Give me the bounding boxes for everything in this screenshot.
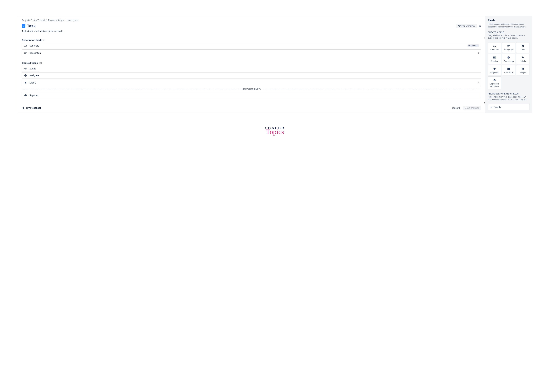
footer: Give feedback Discard Save changes [22,103,481,113]
page-title: Task [27,24,36,28]
field-tile-dependent-dropdown[interactable]: Dependent dropdown [488,77,501,89]
scroll-up-arrow[interactable]: ▲ [484,37,485,39]
svg-rect-17 [522,45,522,45]
svg-rect-5 [24,53,27,53]
previously-created-description: Reuse fields from your other issue types… [488,96,529,101]
field-tile-people[interactable]: People [516,65,529,75]
breadcrumb-item[interactable]: Issue types [67,19,78,21]
svg-rect-21 [523,46,523,46]
field-row-summary[interactable]: Aa Summary REQUIRED [22,43,481,49]
create-field-description: Drag a field type to the left area to cr… [488,34,529,40]
svg-text:Aa: Aa [24,45,27,47]
main-panel: Projects/ Jira Tutorial/ Project setting… [18,16,485,113]
description-fields-header: Description fields i [22,39,481,41]
field-tile-labels[interactable]: Labels [516,54,529,64]
sidebar-title: Fields [488,19,529,22]
calendar-icon [517,44,529,48]
breadcrumb-item[interactable]: Project settings [48,19,64,21]
field-row-reporter[interactable]: Reporter [22,92,481,98]
field-tile-timestamp[interactable]: Time stamp [502,54,515,64]
arrow-right-icon [24,68,27,70]
page-header: Task Edit workflow [22,24,481,28]
field-tile-paragraph[interactable]: Paragraph [502,42,515,53]
svg-text:123: 123 [493,57,496,58]
scaler-topics-logo: SCALER Topics [18,126,532,136]
svg-rect-15 [507,47,509,47]
give-feedback-button[interactable]: Give feedback [22,107,41,109]
field-row-labels[interactable]: Labels › [22,79,481,86]
breadcrumb-item[interactable]: Jira Tutorial [33,19,45,21]
svg-text:Aa: Aa [493,45,496,47]
dependent-dropdown-icon [489,78,500,82]
chevron-right-icon: › [478,81,479,84]
svg-point-9 [25,82,25,82]
app-container: Projects/ Jira Tutorial/ Project setting… [18,16,532,113]
field-tile-checkbox[interactable]: Checkbox [502,65,515,75]
title-wrap: Task [22,24,36,28]
svg-rect-14 [507,46,510,46]
save-changes-button[interactable]: Save changes [463,106,481,110]
dropdown-icon [489,67,500,70]
person-icon [24,74,27,77]
priority-icon [490,106,492,108]
svg-rect-23 [523,46,523,47]
hide-when-empty-divider: HIDE WHEN EMPTY [22,88,481,90]
workflow-icon [458,25,461,27]
previously-created-heading: PREVIOUSLY-CREATED FIELDS [488,93,529,95]
paragraph-icon [24,52,27,54]
breadcrumbs: Projects/ Jira Tutorial/ Project setting… [22,19,481,21]
paragraph-icon [503,44,514,48]
field-row-description[interactable]: Description › [22,49,481,56]
field-row-assignee[interactable]: Assignee [22,72,481,78]
svg-rect-20 [523,46,523,46]
field-tile-number[interactable]: 123 Number [488,54,501,64]
info-icon[interactable]: i [39,62,42,64]
lock-icon[interactable] [478,25,481,28]
tag-icon [517,56,529,59]
field-tile-short-text[interactable]: Aa Short text [488,42,501,53]
task-type-icon [22,24,25,28]
person-icon [24,94,27,97]
checkbox-icon [503,67,514,70]
people-icon [517,67,529,70]
field-row-status[interactable]: Status [22,66,39,72]
tag-icon [24,82,27,84]
number-icon: 123 [489,56,500,59]
text-icon: Aa [24,45,27,47]
sidebar-description: Fields capture and display the informati… [488,23,529,28]
svg-rect-6 [24,53,26,54]
svg-rect-19 [522,46,522,46]
description-fields-list: Aa Summary REQUIRED Description › [22,43,481,57]
breadcrumb-item[interactable]: Projects [22,19,30,21]
prev-field-priority[interactable]: Priority [488,104,529,110]
svg-point-28 [493,68,495,70]
svg-point-27 [522,57,522,57]
svg-rect-22 [522,46,522,47]
svg-rect-4 [24,52,27,52]
field-tile-dropdown[interactable]: Dropdown [488,65,501,75]
svg-point-2 [459,26,460,27]
scroll-down-arrow[interactable]: ▼ [484,102,485,104]
svg-point-11 [25,95,26,95]
svg-point-8 [25,75,26,75]
fields-sidebar: ▲ ▼ Fields Fields capture and display th… [485,16,532,113]
megaphone-icon [22,107,25,109]
svg-point-31 [522,68,523,69]
context-fields-header: Context fields i [22,62,481,64]
edit-workflow-button[interactable]: Edit workflow [456,24,477,28]
chevron-right-icon: › [478,51,479,55]
required-badge: REQUIRED [468,44,479,47]
create-field-heading: CREATE A FIELD [488,31,529,34]
field-type-grid: Aa Short text Paragraph Date 123 Number … [488,42,529,89]
svg-rect-13 [507,45,510,46]
header-actions: Edit workflow [456,24,481,28]
issue-type-description: Tasks track small, distinct pieces of wo… [22,30,481,32]
text-icon: Aa [489,44,500,48]
context-fields-list: Status Assignee Labels › HIDE WHEN EMPTY… [22,66,481,99]
clock-icon [503,56,514,59]
discard-button[interactable]: Discard [450,106,462,110]
svg-rect-18 [523,45,523,45]
info-icon[interactable]: i [43,39,46,41]
field-tile-date[interactable]: Date [516,42,529,53]
